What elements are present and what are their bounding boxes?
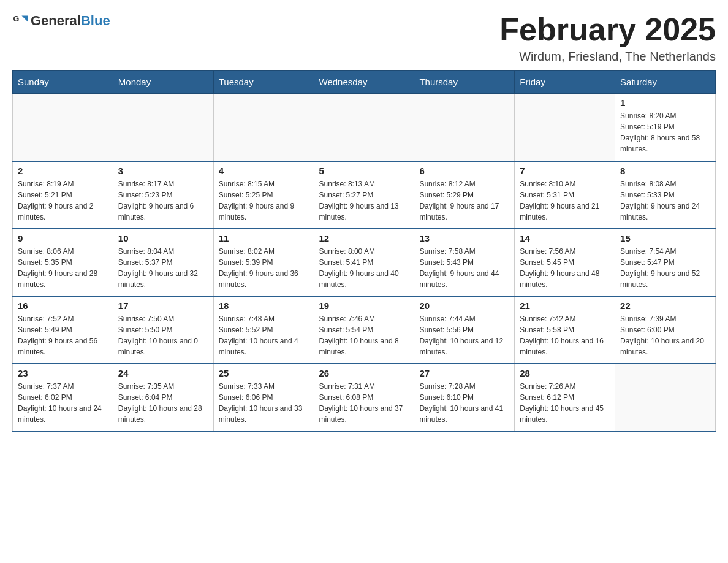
title-block: February 2025 Wirdum, Friesland, The Net… <box>499 12 716 64</box>
logo-general-text: General <box>31 13 81 28</box>
day-info: Sunrise: 8:08 AM Sunset: 5:33 PM Dayligh… <box>620 178 710 223</box>
calendar-week-row: 1Sunrise: 8:20 AM Sunset: 5:19 PM Daylig… <box>13 94 716 161</box>
calendar-cell <box>515 94 615 161</box>
day-number: 17 <box>118 301 208 311</box>
day-number: 24 <box>118 368 208 378</box>
day-info: Sunrise: 7:35 AM Sunset: 6:04 PM Dayligh… <box>118 381 208 425</box>
day-number: 28 <box>520 368 610 378</box>
weekday-header-monday: Monday <box>113 71 213 94</box>
day-info: Sunrise: 8:00 AM Sunset: 5:41 PM Dayligh… <box>319 246 409 290</box>
calendar-cell: 14Sunrise: 7:56 AM Sunset: 5:45 PM Dayli… <box>515 229 615 296</box>
day-info: Sunrise: 7:31 AM Sunset: 6:08 PM Dayligh… <box>319 381 409 425</box>
day-number: 14 <box>520 233 610 243</box>
weekday-header-friday: Friday <box>515 71 615 94</box>
calendar-cell <box>414 94 515 161</box>
svg-marker-1 <box>21 16 28 22</box>
calendar-cell: 12Sunrise: 8:00 AM Sunset: 5:41 PM Dayli… <box>314 229 414 296</box>
day-number: 13 <box>419 233 509 243</box>
calendar-cell: 6Sunrise: 8:12 AM Sunset: 5:29 PM Daylig… <box>414 161 515 229</box>
day-number: 6 <box>419 166 509 176</box>
calendar-cell: 8Sunrise: 8:08 AM Sunset: 5:33 PM Daylig… <box>615 161 716 229</box>
month-title: February 2025 <box>499 12 716 47</box>
logo-icon: G <box>12 12 29 29</box>
day-number: 22 <box>620 301 710 311</box>
day-number: 12 <box>319 233 409 243</box>
day-number: 4 <box>219 166 309 176</box>
day-info: Sunrise: 7:46 AM Sunset: 5:54 PM Dayligh… <box>319 313 409 358</box>
day-info: Sunrise: 7:39 AM Sunset: 6:00 PM Dayligh… <box>620 313 710 358</box>
calendar-cell: 9Sunrise: 8:06 AM Sunset: 5:35 PM Daylig… <box>13 229 113 296</box>
day-info: Sunrise: 8:15 AM Sunset: 5:25 PM Dayligh… <box>219 178 309 223</box>
calendar-cell: 24Sunrise: 7:35 AM Sunset: 6:04 PM Dayli… <box>113 364 213 431</box>
day-info: Sunrise: 8:20 AM Sunset: 5:19 PM Dayligh… <box>620 110 710 155</box>
calendar-cell: 19Sunrise: 7:46 AM Sunset: 5:54 PM Dayli… <box>314 296 414 364</box>
calendar-cell: 3Sunrise: 8:17 AM Sunset: 5:23 PM Daylig… <box>113 161 213 229</box>
calendar-cell: 22Sunrise: 7:39 AM Sunset: 6:00 PM Dayli… <box>615 296 716 364</box>
day-info: Sunrise: 7:52 AM Sunset: 5:49 PM Dayligh… <box>18 313 108 358</box>
day-info: Sunrise: 8:19 AM Sunset: 5:21 PM Dayligh… <box>18 178 108 223</box>
weekday-header-row: SundayMondayTuesdayWednesdayThursdayFrid… <box>13 71 716 94</box>
calendar-cell <box>314 94 414 161</box>
calendar-cell <box>213 94 314 161</box>
day-info: Sunrise: 8:02 AM Sunset: 5:39 PM Dayligh… <box>219 246 309 290</box>
weekday-header-tuesday: Tuesday <box>213 71 314 94</box>
logo: G GeneralBlue <box>12 12 110 29</box>
day-number: 7 <box>520 166 610 176</box>
day-number: 3 <box>118 166 208 176</box>
calendar-cell: 17Sunrise: 7:50 AM Sunset: 5:50 PM Dayli… <box>113 296 213 364</box>
weekday-header-sunday: Sunday <box>13 71 113 94</box>
day-info: Sunrise: 7:56 AM Sunset: 5:45 PM Dayligh… <box>520 246 610 290</box>
calendar-cell: 23Sunrise: 7:37 AM Sunset: 6:02 PM Dayli… <box>13 364 113 431</box>
day-number: 27 <box>419 368 509 378</box>
calendar-cell <box>615 364 716 431</box>
calendar-week-row: 16Sunrise: 7:52 AM Sunset: 5:49 PM Dayli… <box>13 296 716 364</box>
day-number: 11 <box>219 233 309 243</box>
location-subtitle: Wirdum, Friesland, The Netherlands <box>499 50 716 64</box>
day-info: Sunrise: 8:12 AM Sunset: 5:29 PM Dayligh… <box>419 178 509 223</box>
calendar-cell: 7Sunrise: 8:10 AM Sunset: 5:31 PM Daylig… <box>515 161 615 229</box>
day-number: 10 <box>118 233 208 243</box>
logo-blue-text: Blue <box>81 13 110 28</box>
weekday-header-thursday: Thursday <box>414 71 515 94</box>
weekday-header-saturday: Saturday <box>615 71 716 94</box>
day-number: 18 <box>219 301 309 311</box>
calendar-cell: 26Sunrise: 7:31 AM Sunset: 6:08 PM Dayli… <box>314 364 414 431</box>
calendar-table: SundayMondayTuesdayWednesdayThursdayFrid… <box>12 70 716 432</box>
calendar-cell: 15Sunrise: 7:54 AM Sunset: 5:47 PM Dayli… <box>615 229 716 296</box>
calendar-cell <box>13 94 113 161</box>
calendar-cell: 4Sunrise: 8:15 AM Sunset: 5:25 PM Daylig… <box>213 161 314 229</box>
svg-text:G: G <box>13 15 19 23</box>
day-info: Sunrise: 7:37 AM Sunset: 6:02 PM Dayligh… <box>18 381 108 425</box>
day-info: Sunrise: 7:44 AM Sunset: 5:56 PM Dayligh… <box>419 313 509 358</box>
day-number: 15 <box>620 233 710 243</box>
calendar-cell: 5Sunrise: 8:13 AM Sunset: 5:27 PM Daylig… <box>314 161 414 229</box>
calendar-cell: 20Sunrise: 7:44 AM Sunset: 5:56 PM Dayli… <box>414 296 515 364</box>
calendar-cell: 16Sunrise: 7:52 AM Sunset: 5:49 PM Dayli… <box>13 296 113 364</box>
day-info: Sunrise: 8:10 AM Sunset: 5:31 PM Dayligh… <box>520 178 610 223</box>
day-info: Sunrise: 7:28 AM Sunset: 6:10 PM Dayligh… <box>419 381 509 425</box>
day-number: 20 <box>419 301 509 311</box>
day-info: Sunrise: 7:26 AM Sunset: 6:12 PM Dayligh… <box>520 381 610 425</box>
day-number: 21 <box>520 301 610 311</box>
day-number: 1 <box>620 98 710 108</box>
calendar-cell: 28Sunrise: 7:26 AM Sunset: 6:12 PM Dayli… <box>515 364 615 431</box>
day-number: 26 <box>319 368 409 378</box>
day-number: 23 <box>18 368 108 378</box>
day-number: 9 <box>18 233 108 243</box>
weekday-header-wednesday: Wednesday <box>314 71 414 94</box>
calendar-week-row: 23Sunrise: 7:37 AM Sunset: 6:02 PM Dayli… <box>13 364 716 431</box>
day-info: Sunrise: 8:06 AM Sunset: 5:35 PM Dayligh… <box>18 246 108 290</box>
calendar-week-row: 9Sunrise: 8:06 AM Sunset: 5:35 PM Daylig… <box>13 229 716 296</box>
day-info: Sunrise: 7:54 AM Sunset: 5:47 PM Dayligh… <box>620 246 710 290</box>
day-info: Sunrise: 8:17 AM Sunset: 5:23 PM Dayligh… <box>118 178 208 223</box>
day-number: 19 <box>319 301 409 311</box>
day-number: 25 <box>219 368 309 378</box>
calendar-cell: 13Sunrise: 7:58 AM Sunset: 5:43 PM Dayli… <box>414 229 515 296</box>
day-number: 5 <box>319 166 409 176</box>
day-info: Sunrise: 7:42 AM Sunset: 5:58 PM Dayligh… <box>520 313 610 358</box>
calendar-cell <box>113 94 213 161</box>
day-number: 16 <box>18 301 108 311</box>
calendar-cell: 25Sunrise: 7:33 AM Sunset: 6:06 PM Dayli… <box>213 364 314 431</box>
day-number: 2 <box>18 166 108 176</box>
calendar-week-row: 2Sunrise: 8:19 AM Sunset: 5:21 PM Daylig… <box>13 161 716 229</box>
